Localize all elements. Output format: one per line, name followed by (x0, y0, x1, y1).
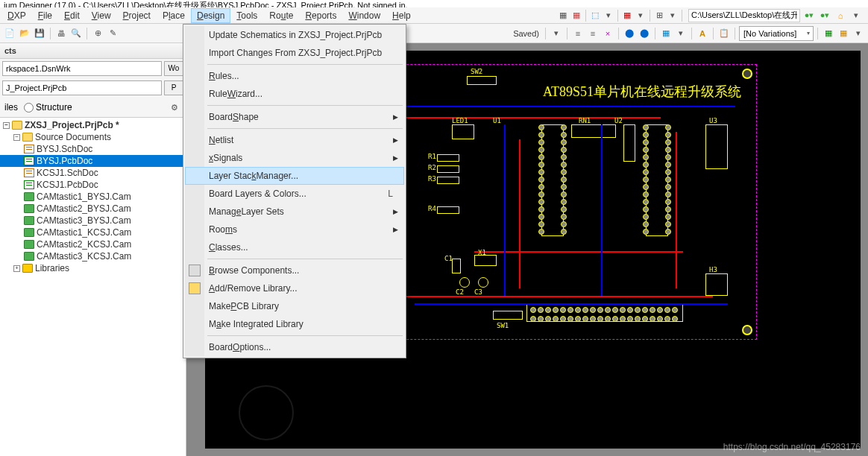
menu-dxp[interactable]: DXP (1, 8, 32, 23)
menu-item[interactable]: Classes... (185, 238, 404, 256)
menu-item[interactable]: Add/Remove Library... (185, 279, 404, 297)
tool-icon[interactable]: ▾ (602, 9, 615, 22)
tool-icon[interactable]: ⬤ (638, 27, 651, 40)
tool-icon[interactable]: ▦ (556, 9, 570, 22)
tool-icon[interactable]: ≡ (586, 27, 600, 40)
collapse-icon[interactable]: − (13, 134, 20, 141)
menu-file[interactable]: File (32, 8, 58, 23)
pcb-icon (24, 180, 34, 189)
new-icon[interactable]: 📄 (3, 27, 16, 40)
open-icon[interactable]: 📂 (18, 27, 31, 40)
tree-file[interactable]: CAMtastic2_KCSJ.Cam (0, 238, 186, 250)
menu-item[interactable]: Rooms▶ (185, 221, 404, 238)
tool-icon[interactable]: ⊞ (652, 9, 666, 22)
menu-project[interactable]: Project (117, 8, 157, 23)
menu-item[interactable]: Import Changes From ZXSJ_Project.PrjPcb (185, 44, 404, 62)
menu-item[interactable]: Make Integrated Library (185, 315, 404, 333)
print-icon[interactable]: 🖶 (54, 27, 68, 40)
zoom-icon[interactable]: ✎ (106, 27, 119, 40)
menu-item[interactable]: xSignals▶ (185, 149, 404, 167)
pcb-title: AT89S51单片机在线远程升级系统 (543, 83, 741, 101)
cam-icon (24, 240, 34, 249)
menu-view[interactable]: View (86, 8, 117, 23)
project-input[interactable] (2, 80, 162, 95)
tool-icon[interactable]: ▦ (620, 9, 634, 22)
path-input[interactable] (688, 9, 800, 22)
menu-item[interactable]: Board Layers & Colors...L (185, 185, 404, 203)
files-radio[interactable]: iles (4, 102, 18, 113)
menu-item[interactable]: Update Schematics in ZXSJ_Project.PrjPcb (185, 26, 404, 44)
preview-icon[interactable]: 🔍 (69, 27, 83, 40)
watermark: https://blog.csdn.net/qq_45283176 (723, 442, 861, 452)
menu-window[interactable]: Window (342, 8, 386, 23)
text-icon[interactable]: A (696, 27, 709, 40)
menu-route[interactable]: Route (263, 8, 299, 23)
zoom-icon[interactable]: ⊕ (91, 27, 104, 40)
align-icon[interactable]: ▦ (659, 27, 673, 40)
tool-icon[interactable]: ▦ (822, 27, 835, 40)
menu-design[interactable]: Design (191, 8, 230, 23)
workspace-input[interactable] (2, 61, 162, 76)
tree-file[interactable]: BYSJ.SchDoc (0, 143, 186, 155)
tree-file[interactable]: CAMtastic3_KCSJ.Cam (0, 250, 186, 262)
tool-icon[interactable]: ≡ (571, 27, 585, 40)
home-icon[interactable]: ⌂ (834, 9, 847, 22)
tool-icon[interactable]: ▾ (550, 27, 563, 40)
tool-icon[interactable]: ▾ (666, 9, 679, 22)
tree-file[interactable]: KCSJ1.SchDoc (0, 167, 186, 179)
tool-icon[interactable]: ▾ (634, 9, 647, 22)
menu-item[interactable]: Layer Stack Manager... (185, 167, 404, 185)
toolbar: 📄 📂 💾 🖶 🔍 ⊕ ✎ Saved) ▾ ≡ ≡ × ⬤ ⬤ ▦ ▾ A 📋… (0, 24, 868, 43)
tree-file[interactable]: KCSJ1.PcbDoc (0, 179, 186, 191)
menu-item[interactable]: Make PCB Library (185, 297, 404, 315)
tree-root[interactable]: − ZXSJ_Project.PrjPcb * (0, 119, 186, 131)
nav-icon[interactable]: ●▾ (802, 9, 816, 22)
menu-item[interactable]: Manage Layer Sets▶ (185, 203, 404, 221)
tree-file[interactable]: BYSJ.PcbDoc (0, 155, 186, 167)
save-icon[interactable]: 💾 (33, 27, 46, 40)
design-dropdown: Update Schematics in ZXSJ_Project.PrjPcb… (183, 24, 406, 358)
menu-item[interactable]: Browse Components... (185, 262, 404, 279)
project-btn[interactable]: P (164, 80, 183, 95)
cam-icon (24, 216, 34, 225)
tree-file[interactable]: CAMtastic1_KCSJ.Cam (0, 227, 186, 238)
tree-folder[interactable]: + Libraries (0, 262, 186, 274)
tool-icon[interactable]: ▾ (674, 27, 688, 40)
menu-help[interactable]: Help (386, 8, 417, 23)
expand-icon[interactable]: + (13, 265, 20, 272)
tool-icon[interactable]: ▦ (837, 27, 850, 40)
menu-place[interactable]: Place (157, 8, 191, 23)
menu-item[interactable]: Netlist▶ (185, 131, 404, 149)
tool-icon[interactable]: ▦ (570, 9, 583, 22)
menu-item[interactable]: Board Options... (185, 338, 404, 356)
menu-bar: DXP File Edit View Project Place Design … (0, 7, 868, 24)
tool-icon[interactable]: ▾ (852, 27, 865, 40)
tree-folder[interactable]: − Source Documents (0, 131, 186, 143)
menu-item[interactable]: Board Shape▶ (185, 108, 404, 126)
tool-icon[interactable]: ⬚ (588, 9, 602, 22)
menu-tools[interactable]: Tools (230, 8, 263, 23)
panel-opt-icon[interactable]: ⚙ (168, 101, 181, 114)
variations-combo[interactable]: [No Variations] (739, 26, 814, 41)
cam-icon (24, 192, 34, 201)
tree-file[interactable]: CAMtastic3_BYSJ.Cam (0, 215, 186, 227)
tool-icon[interactable]: ⬤ (623, 27, 636, 40)
nav-icon[interactable]: ▾ (849, 9, 863, 22)
workspace-btn[interactable]: Wo (164, 61, 183, 76)
tree-file[interactable]: CAMtastic1_BYSJ.Cam (0, 191, 186, 203)
collapse-icon[interactable]: − (3, 122, 10, 129)
tree-file[interactable]: CAMtastic2_BYSJ.Cam (0, 203, 186, 215)
panel-title: cts (0, 43, 186, 59)
tool-icon[interactable]: × (601, 27, 614, 40)
menu-item[interactable]: Rule Wizard... (185, 85, 404, 103)
structure-radio[interactable]: Structure (24, 102, 72, 113)
menu-edit[interactable]: Edit (58, 8, 86, 23)
saved-label: Saved) (511, 29, 541, 38)
cam-icon (24, 252, 34, 261)
tool-icon[interactable]: 📋 (717, 27, 731, 40)
menu-reports[interactable]: Reports (299, 8, 342, 23)
pcb-icon (24, 156, 34, 165)
menu-item[interactable]: Rules... (185, 67, 404, 85)
pcb-ghost (224, 355, 336, 445)
nav-icon[interactable]: ●▾ (818, 9, 831, 22)
